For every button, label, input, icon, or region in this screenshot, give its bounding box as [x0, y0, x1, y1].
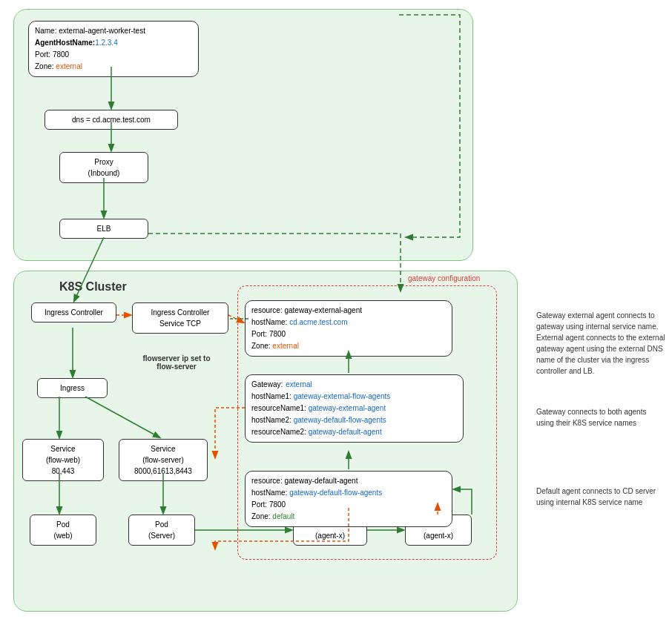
gda-zone-value: default: [272, 512, 294, 520]
svc-web-line2: (flow-web): [46, 456, 80, 464]
gateway-default-agent-box: resource: gateway-default-agent hostName…: [245, 471, 452, 527]
gda-hostname-label: hostName:: [251, 489, 289, 497]
pod-server-line2: (Server): [148, 532, 175, 540]
gda-port-line: Port: 7800: [251, 500, 286, 509]
svc-server-line2: (flow-server): [142, 456, 184, 464]
svc-server-line1: Service: [151, 445, 175, 453]
agent-host-label: AgentHostName:: [35, 39, 95, 47]
pod-web-line1: Pod: [56, 520, 70, 529]
legend-1-text: Gateway external agent connects to gatew…: [536, 311, 665, 375]
agent-zone-label: Zone:: [35, 62, 56, 70]
diagram-container: Name: external-agent-worker-test AgentHo…: [0, 0, 672, 622]
svc-server-line3: 8000,61613,8443: [134, 467, 192, 475]
gea-resource-value: gateway-external-agent: [284, 306, 362, 314]
gea-resource-label: resource:: [251, 306, 284, 314]
elb-text: ELB: [97, 225, 111, 233]
flowserver-line1: flowserver ip set to: [142, 354, 210, 363]
ingress-controller-text: Ingress Controller: [45, 308, 103, 317]
legend-2-text: Gateway connects to both agents using th…: [536, 408, 646, 427]
service-flowweb-box: Service (flow-web) 80,443: [22, 439, 104, 481]
gm-gateway-label: Gateway:: [251, 379, 283, 391]
pod-web-box: Pod (web): [30, 515, 96, 546]
gateway-middle-box: Gateway: external hostName1: gateway-ext…: [245, 374, 464, 443]
agent-host-value: 1.2.3.4: [95, 39, 118, 47]
ingress-service-line1: Ingress Controller: [151, 308, 210, 317]
agent-zone-value: external: [56, 62, 82, 70]
flowserver-note: flowserver ip set to flow-server: [125, 354, 228, 371]
proxy-line1: Proxy: [94, 158, 113, 166]
ingress-controller-box: Ingress Controller: [31, 302, 116, 322]
flowserver-line2: flow-server: [157, 363, 196, 371]
svc-web-line1: Service: [50, 445, 75, 453]
gateway-external-agent-box: resource: gateway-external-agent hostNam…: [245, 300, 452, 357]
k8s-label: K8S Cluster: [59, 280, 127, 294]
svc-agentx-line2: (agent-x): [315, 532, 345, 540]
proxy-box: Proxy (Inbound): [59, 152, 148, 183]
gea-hostname-label: hostName:: [251, 318, 289, 326]
gateway-config-label: gateway configuration: [408, 274, 480, 282]
gda-zone-label: Zone:: [251, 512, 272, 520]
proxy-line2: (Inbound): [88, 169, 120, 177]
gm-rn2-value: gateway-default-agent: [309, 428, 382, 436]
pod-agentx-line2: (agent-x): [424, 532, 453, 540]
ingress-text: Ingress: [60, 384, 85, 392]
gm-hn2-label: hostName2:: [251, 416, 294, 424]
gm-hn1-label: hostName1:: [251, 392, 294, 400]
gea-zone-value: external: [272, 342, 299, 350]
ingress-service-line2: Service TCP: [159, 320, 201, 328]
gda-resource-label: resource:: [251, 477, 284, 485]
gea-zone-label: Zone:: [251, 342, 272, 350]
legend-3: Default agent connects to CD server usin…: [536, 486, 666, 508]
svc-web-line3: 80,443: [52, 467, 75, 475]
gea-port-line: Port: 7800: [251, 330, 286, 338]
legend-2: Gateway connects to both agents using th…: [536, 406, 666, 429]
gda-resource-value: gateway-default-agent: [284, 477, 358, 485]
agent-name-line: Name: external-agent-worker-test: [35, 27, 145, 35]
ingress-box: Ingress: [37, 378, 108, 398]
agent-worker-box: Name: external-agent-worker-test AgentHo…: [28, 21, 199, 77]
gda-hostname-value: gateway-default-flow-agents: [289, 489, 382, 497]
gea-hostname-value: cd.acme.test.com: [289, 318, 347, 326]
gm-hn1-value: gateway-external-flow-agents: [294, 392, 391, 400]
pod-server-box: Pod (Server): [128, 515, 195, 546]
elb-box: ELB: [59, 219, 148, 239]
service-flowserver-box: Service (flow-server) 8000,61613,8443: [119, 439, 208, 481]
pod-server-line1: Pod: [155, 520, 168, 529]
dns-text: dns = cd.acme.test.com: [72, 116, 151, 124]
dns-box: dns = cd.acme.test.com: [45, 110, 178, 130]
ingress-service-tcp-box: Ingress Controller Service TCP: [132, 302, 228, 334]
legend-3-text: Default agent connects to CD server usin…: [536, 487, 656, 506]
agent-port-line: Port: 7800: [35, 50, 69, 59]
pod-web-line2: (web): [53, 532, 72, 540]
gm-gateway-value: external: [286, 379, 312, 391]
legend-1: Gateway external agent connects to gatew…: [536, 310, 666, 377]
gm-rn1-value: gateway-external-agent: [309, 404, 386, 412]
gm-rn2-label: resourceName2:: [251, 428, 309, 436]
gm-rn1-label: resourceName1:: [251, 404, 309, 412]
gm-hn2-value: gateway-default-flow-agents: [294, 416, 386, 424]
